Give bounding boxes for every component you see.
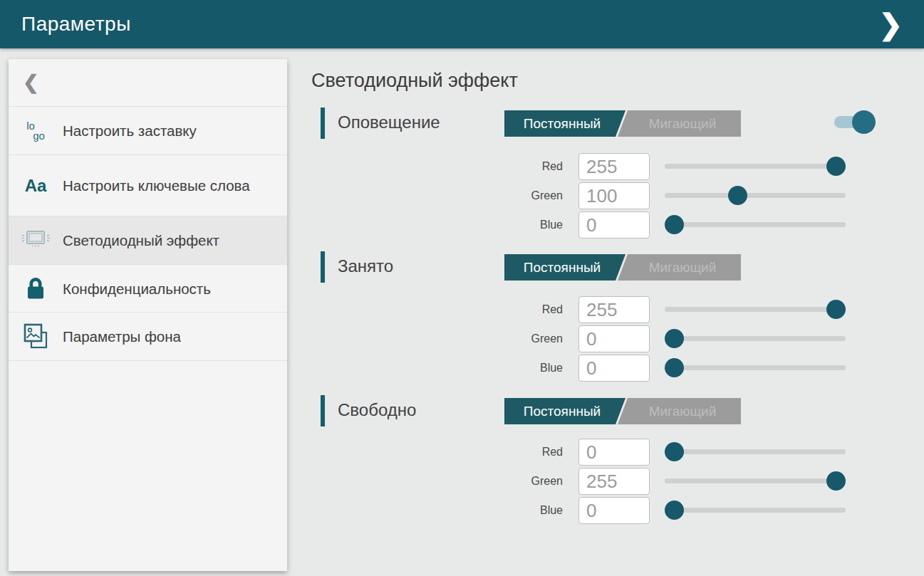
channel-value-input[interactable]: [578, 211, 650, 239]
channel-value-input[interactable]: [578, 439, 650, 466]
section-accent-bar: [321, 251, 325, 283]
sidebar-item-splash-screen[interactable]: logo Настроить заставку: [9, 107, 287, 155]
sidebar-item-label: Параметры фона: [63, 327, 276, 346]
slider-thumb[interactable]: [826, 471, 846, 491]
back-button[interactable]: ❮: [9, 59, 287, 107]
channel-slider[interactable]: [665, 439, 846, 466]
sidebar-item-keywords[interactable]: Aa Настроить ключевые слова: [9, 155, 287, 216]
channel-row-green: Green: [499, 325, 855, 352]
mode-option-blinking[interactable]: Мигающий: [616, 110, 741, 137]
background-images-icon: [9, 323, 63, 351]
channel-label: Blue: [499, 355, 563, 382]
sidebar-item-led-effect[interactable]: Светодиодный эффект: [9, 216, 287, 265]
slider-thumb[interactable]: [665, 501, 684, 520]
channel-slider[interactable]: [665, 153, 846, 180]
logo-icon: logo: [9, 121, 63, 141]
channel-label: Green: [499, 182, 563, 209]
channel-slider[interactable]: [665, 468, 846, 495]
slider-thumb[interactable]: [665, 215, 684, 234]
channel-value-input[interactable]: [578, 325, 650, 352]
mode-option-solid[interactable]: Постоянный: [504, 110, 625, 137]
mode-option-blinking[interactable]: Мигающий: [616, 398, 741, 424]
aa-icon: Aa: [9, 176, 63, 196]
slider-thumb[interactable]: [826, 300, 846, 319]
section-label: Оповещение: [338, 105, 440, 140]
channel-value-input[interactable]: [578, 355, 650, 382]
channel-label: Green: [499, 468, 563, 495]
slider-track: [665, 222, 846, 227]
slider-thumb[interactable]: [728, 186, 747, 205]
section-accent-bar: [321, 395, 325, 426]
mode-option-solid[interactable]: Постоянный: [504, 398, 625, 424]
channel-row-red: Red: [499, 439, 855, 466]
sidebar-item-label: Светодиодный эффект: [63, 231, 276, 250]
app-title: Параметры: [21, 13, 131, 36]
led-screen-icon: [9, 228, 63, 253]
section-label: Занято: [338, 249, 393, 283]
toggle-knob: [852, 110, 876, 134]
slider-track: [665, 307, 846, 312]
slider-track: [665, 365, 846, 370]
channel-slider[interactable]: [665, 497, 846, 524]
channel-row-red: Red: [499, 296, 855, 323]
slider-track: [665, 164, 846, 169]
channel-row-red: Red: [499, 153, 855, 180]
mode-option-blinking[interactable]: Мигающий: [616, 254, 741, 281]
mode-segmented-control: Постоянный Мигающий: [504, 398, 741, 424]
sidebar-item-privacy[interactable]: Конфиденциальность: [9, 265, 287, 313]
channel-label: Blue: [499, 211, 563, 239]
channel-row-green: Green: [499, 468, 855, 495]
slider-track: [665, 478, 846, 483]
section-label: Свободно: [338, 393, 416, 427]
sidebar-item-label: Конфиденциальность: [63, 279, 276, 298]
sidebar-item-label: Настроить заставку: [63, 121, 276, 140]
channel-row-blue: Blue: [499, 355, 855, 382]
channel-value-input[interactable]: [578, 468, 650, 495]
channel-slider[interactable]: [665, 296, 846, 323]
slider-thumb[interactable]: [665, 329, 684, 348]
slider-track: [665, 508, 846, 513]
channel-slider[interactable]: [665, 182, 846, 209]
page-title: Светодиодный эффект: [311, 70, 518, 92]
channel-label: Red: [499, 153, 563, 180]
channel-row-green: Green: [499, 182, 855, 209]
header-bar: Параметры ❯: [0, 0, 924, 48]
lock-icon: [9, 276, 63, 301]
channel-slider[interactable]: [665, 211, 846, 239]
mode-segmented-control: Постоянный Мигающий: [504, 110, 741, 137]
sidebar-item-background[interactable]: Параметры фона: [9, 313, 287, 361]
channel-label: Green: [499, 325, 563, 352]
notification-toggle[interactable]: [834, 110, 874, 134]
channel-row-blue: Blue: [499, 497, 855, 524]
sidebar: ❮ logo Настроить заставку Aa Настроить к…: [9, 59, 287, 571]
channel-label: Red: [499, 439, 563, 466]
slider-thumb[interactable]: [826, 157, 846, 176]
section-notification-header: Оповещение Постоянный Мигающий: [321, 105, 919, 140]
channel-row-blue: Blue: [499, 211, 855, 239]
mode-segmented-control: Постоянный Мигающий: [504, 254, 741, 281]
channel-slider[interactable]: [665, 325, 846, 352]
channel-slider[interactable]: [665, 355, 846, 382]
channel-label: Red: [499, 296, 563, 323]
mode-option-solid[interactable]: Постоянный: [504, 254, 625, 281]
slider-track: [665, 336, 846, 341]
channel-value-input[interactable]: [578, 497, 650, 524]
channel-value-input[interactable]: [578, 296, 650, 323]
slider-track: [665, 193, 846, 198]
slider-track: [665, 449, 846, 454]
channel-value-input[interactable]: [578, 153, 650, 180]
channel-label: Blue: [499, 497, 563, 524]
forward-chevron-icon[interactable]: ❯: [873, 0, 908, 48]
slider-thumb[interactable]: [665, 442, 684, 461]
sidebar-item-label: Настроить ключевые слова: [63, 176, 276, 195]
settings-screen: Параметры ❯ ❮ logo Настроить заставку Aa…: [0, 0, 924, 576]
back-chevron-icon: ❮: [23, 71, 39, 94]
slider-thumb[interactable]: [665, 358, 684, 377]
section-accent-bar: [321, 108, 325, 139]
channel-value-input[interactable]: [578, 182, 650, 209]
section-busy-header: Занято Постоянный Мигающий: [321, 249, 919, 283]
section-free-header: Свободно Постоянный Мигающий: [321, 393, 919, 427]
